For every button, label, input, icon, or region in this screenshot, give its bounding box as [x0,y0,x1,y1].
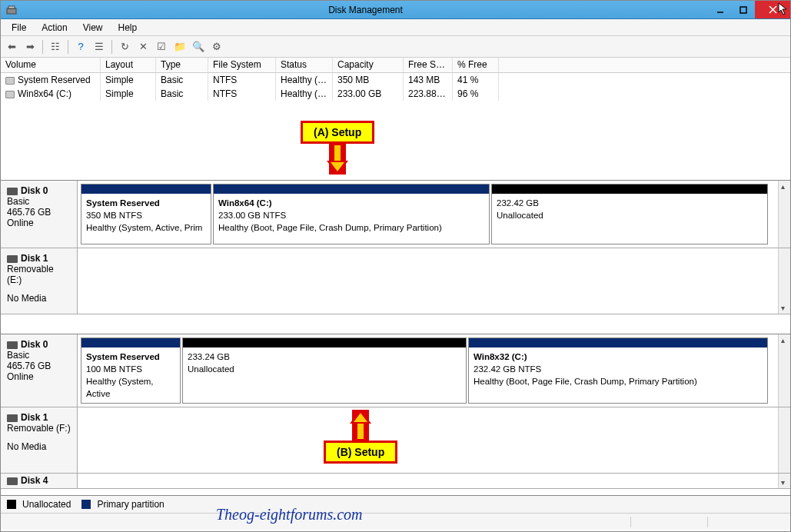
col-capacity[interactable]: Capacity [333,58,404,72]
legend-swatch-primary [81,500,91,509]
disk-partitions: System Reserved350 MB NTFSHealthy (Syste… [78,181,778,248]
partition[interactable]: 233.24 GBUnallocated [182,337,467,404]
unallocated-header [492,185,767,194]
partition-name: System Reserved [86,197,206,209]
primary-partition-header [81,338,180,347]
svg-rect-0 [7,8,16,14]
disk-row: Disk 1 Removable (F:) No Media [1,407,790,474]
partition-size: 232.42 GB [497,197,763,209]
back-button[interactable]: ⬅ [4,39,19,55]
svg-rect-3 [740,7,746,13]
help-icon[interactable]: ? [73,39,88,55]
col-status[interactable]: Status [276,58,333,72]
partition-size: 232.42 GB NTFS [474,363,763,375]
partition[interactable]: System Reserved350 MB NTFSHealthy (Syste… [81,184,211,244]
volume-row[interactable]: System Reserved Simple Basic NTFS Health… [1,73,790,87]
volume-row[interactable]: Win8x64 (C:) Simple Basic NTFS Healthy (… [1,87,790,101]
disk-layout-top: Disk 0 Basic 465.76 GB Online System Res… [1,181,790,334]
scrollbar[interactable]: ▾ [778,248,790,314]
settings-icon[interactable]: ⚙ [209,39,224,55]
disk-row: Disk 1 Removable (E:) No Media ▾ [1,248,790,314]
disk-label[interactable]: Disk 1 Removable (E:) No Media [1,248,78,314]
search-icon[interactable]: 🔍 [191,39,206,55]
window-controls [709,1,790,18]
col-volume[interactable]: Volume [1,58,101,72]
partition-status: Healthy (Boot, Page File, Crash Dump, Pr… [474,375,763,387]
col-fs[interactable]: File System [208,58,276,72]
partition-status: Unallocated [497,209,763,221]
disk-partitions: System Reserved100 MB NTFSHealthy (Syste… [78,334,778,407]
list-icon[interactable]: ☰ [91,39,107,55]
folder-icon[interactable]: 📁 [172,39,188,55]
disk-icon [7,255,18,263]
menu-action[interactable]: Action [34,21,75,35]
disk-partitions [78,248,778,314]
partition-status: Unallocated [188,363,461,375]
legend: Unallocated Primary partition [1,496,790,513]
toolbar: ⬅ ➡ ☷ ? ☰ ↻ ✕ ☑ 📁 🔍 ⚙ [1,36,790,58]
partition-status: Healthy (System, Active [86,375,175,400]
disk-label[interactable]: Disk 4 [1,474,78,488]
primary-partition-header [469,338,767,347]
close-button[interactable] [755,1,790,18]
col-free[interactable]: Free Spa... [404,58,453,72]
disk-icon [7,477,18,485]
partition[interactable]: System Reserved100 MB NTFSHealthy (Syste… [81,337,181,404]
partition-status: Healthy (System, Active, Prim [86,221,206,234]
partition-size: 350 MB NTFS [86,209,206,221]
disk-row: Disk 0 Basic 465.76 GB Online System Res… [1,181,790,248]
forward-button[interactable]: ➡ [22,39,38,55]
disk-label[interactable]: Disk 0 Basic 465.76 GB Online [1,334,78,407]
disk-icon [7,414,18,422]
primary-partition-header [81,185,211,194]
partition[interactable]: 232.42 GBUnallocated [491,184,768,244]
drive-icon [5,77,15,85]
scrollbar[interactable]: ▴ [778,334,790,407]
partition[interactable]: Win8x32 (C:)232.42 GB NTFSHealthy (Boot,… [468,337,768,404]
partition[interactable]: Win8x64 (C:)233.00 GB NTFSHealthy (Boot,… [213,184,490,244]
disk-partitions [78,474,778,488]
menu-file[interactable]: File [4,21,34,35]
maximize-button[interactable] [732,1,755,18]
menu-help[interactable]: Help [111,21,145,35]
disk-icon [7,188,18,195]
disk-label[interactable]: Disk 0 Basic 465.76 GB Online [1,181,78,248]
scrollbar[interactable]: ▴ [778,181,790,248]
disk-label[interactable]: Disk 1 Removable (F:) No Media [1,407,78,473]
menubar: File Action View Help [1,19,790,36]
col-layout[interactable]: Layout [101,58,156,72]
partition-size: 100 MB NTFS [86,363,175,375]
disk-partitions [78,407,778,473]
partition-size: 233.00 GB NTFS [218,209,484,221]
col-pct[interactable]: % Free [453,58,499,72]
primary-partition-header [214,185,489,194]
partition-status: Healthy (Boot, Page File, Crash Dump, Pr… [218,221,484,234]
legend-primary: Primary partition [97,499,164,510]
window-title: Disk Management [22,5,709,15]
scrollbar[interactable] [778,407,790,473]
volume-table-header: Volume Layout Type File System Status Ca… [1,58,790,73]
disk-row: Disk 4 ▾ [1,474,790,489]
col-type[interactable]: Type [156,58,208,72]
unallocated-header [183,338,466,347]
cursor-icon [778,2,789,16]
view-icon[interactable]: ☷ [48,39,63,55]
app-icon [5,4,18,16]
minimize-button[interactable] [709,1,732,18]
delete-icon[interactable]: ✕ [135,39,151,55]
volume-table: Volume Layout Type File System Status Ca… [1,58,790,181]
svg-rect-1 [8,6,15,8]
scrollbar[interactable]: ▾ [778,474,790,488]
partition-size: 233.24 GB [188,351,461,363]
partition-name: Win8x32 (C:) [474,351,763,363]
disk-icon [7,341,18,349]
statusbar [1,513,790,530]
titlebar: Disk Management [1,1,790,19]
legend-swatch-unallocated [7,500,16,509]
properties-icon[interactable]: ☑ [154,39,169,55]
refresh-icon[interactable]: ↻ [117,39,132,55]
partition-name: System Reserved [86,351,175,363]
drive-icon [5,91,15,98]
menu-view[interactable]: View [75,21,111,35]
legend-unallocated: Unallocated [22,499,71,510]
